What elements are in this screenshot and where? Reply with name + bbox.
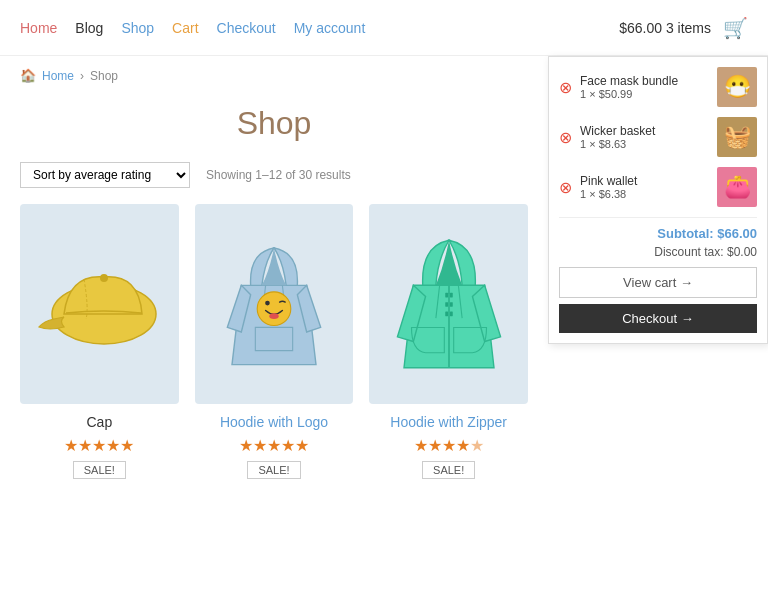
svg-rect-11 bbox=[450, 302, 453, 307]
home-icon: 🏠 bbox=[20, 68, 36, 83]
cart-icon[interactable]: 🛒 bbox=[723, 16, 748, 40]
sale-badge-hoodie-zipper[interactable]: SALE! bbox=[369, 461, 528, 479]
cart-item-info-1: Face mask bundle 1 × $50.99 bbox=[580, 74, 709, 100]
sale-badge-hoodie-logo[interactable]: SALE! bbox=[195, 461, 354, 479]
sale-badge-cap[interactable]: SALE! bbox=[20, 461, 179, 479]
nav-shop[interactable]: Shop bbox=[121, 20, 154, 36]
nav-myaccount[interactable]: My account bbox=[294, 20, 366, 36]
breadcrumb-separator: › bbox=[80, 69, 84, 83]
cart-item-3: ⊗ Pink wallet 1 × $6.38 👛 bbox=[559, 167, 757, 207]
cart-item-img-3: 👛 bbox=[717, 167, 757, 207]
results-text: Showing 1–12 of 30 results bbox=[206, 168, 351, 182]
hoodie-logo-illustration bbox=[219, 234, 329, 374]
cart-item: ⊗ Face mask bundle 1 × $50.99 😷 bbox=[559, 67, 757, 107]
product-grid: Cap ★★★★★ SALE! bbox=[20, 204, 528, 479]
product-stars-cap: ★★★★★ bbox=[20, 436, 179, 455]
header-right: $66.00 3 items 🛒 bbox=[619, 16, 748, 40]
cart-item-qty-2: 1 × $8.63 bbox=[580, 138, 709, 150]
cart-subtotal: Subtotal: $66.00 bbox=[559, 226, 757, 241]
main-content: Shop Sort by average rating Sort by popu… bbox=[0, 105, 548, 509]
product-name-hoodie-logo[interactable]: Hoodie with Logo bbox=[195, 414, 354, 430]
cart-item-2: ⊗ Wicker basket 1 × $8.63 🧺 bbox=[559, 117, 757, 157]
view-cart-button[interactable]: View cart → bbox=[559, 267, 757, 298]
svg-point-5 bbox=[265, 301, 270, 306]
cart-item-info-3: Pink wallet 1 × $6.38 bbox=[580, 174, 709, 200]
site-header: Home Blog Shop Cart Checkout My account … bbox=[0, 0, 768, 56]
cart-item-qty-1: 1 × $50.99 bbox=[580, 88, 709, 100]
cart-item-name-3: Pink wallet bbox=[580, 174, 709, 188]
svg-rect-9 bbox=[450, 293, 453, 298]
remove-item-3[interactable]: ⊗ bbox=[559, 178, 572, 197]
cart-item-img-1: 😷 bbox=[717, 67, 757, 107]
product-name-cap[interactable]: Cap bbox=[20, 414, 179, 430]
checkout-button[interactable]: Checkout → bbox=[559, 304, 757, 333]
remove-item-1[interactable]: ⊗ bbox=[559, 78, 572, 97]
svg-point-1 bbox=[100, 274, 108, 282]
svg-point-4 bbox=[257, 292, 291, 326]
product-name-hoodie-zipper[interactable]: Hoodie with Zipper bbox=[369, 414, 528, 430]
nav-blog[interactable]: Blog bbox=[75, 20, 103, 36]
remove-item-2[interactable]: ⊗ bbox=[559, 128, 572, 147]
product-stars-hoodie-zipper: ★★★★★ bbox=[369, 436, 528, 455]
product-card-hoodie-zipper: Hoodie with Zipper ★★★★★ SALE! bbox=[369, 204, 528, 479]
nav-home[interactable]: Home bbox=[20, 20, 57, 36]
cart-divider bbox=[559, 217, 757, 218]
svg-point-6 bbox=[269, 313, 278, 319]
cart-total-display: $66.00 3 items bbox=[619, 20, 711, 36]
cart-item-qty-3: 1 × $6.38 bbox=[580, 188, 709, 200]
svg-rect-8 bbox=[445, 293, 448, 298]
nav-cart[interactable]: Cart bbox=[172, 20, 198, 36]
cart-item-name-2: Wicker basket bbox=[580, 124, 709, 138]
product-card-cap: Cap ★★★★★ SALE! bbox=[20, 204, 179, 479]
product-card-hoodie-logo: Hoodie with Logo ★★★★★ SALE! bbox=[195, 204, 354, 479]
svg-rect-12 bbox=[445, 312, 448, 317]
cart-item-name-1: Face mask bundle bbox=[580, 74, 709, 88]
svg-rect-10 bbox=[445, 302, 448, 307]
product-image-hoodie-zipper[interactable] bbox=[369, 204, 528, 404]
hoodie-zipper-illustration bbox=[389, 229, 509, 379]
breadcrumb-home-link[interactable]: Home bbox=[42, 69, 74, 83]
cap-illustration bbox=[34, 254, 164, 354]
cart-dropdown: ⊗ Face mask bundle 1 × $50.99 😷 ⊗ Wicker… bbox=[548, 56, 768, 344]
main-nav: Home Blog Shop Cart Checkout My account bbox=[20, 20, 365, 36]
sort-select[interactable]: Sort by average rating Sort by popularit… bbox=[20, 162, 190, 188]
cart-discount: Discount tax: $0.00 bbox=[559, 245, 757, 259]
svg-rect-13 bbox=[450, 312, 453, 317]
cart-item-img-2: 🧺 bbox=[717, 117, 757, 157]
product-image-hoodie-logo[interactable] bbox=[195, 204, 354, 404]
shop-controls: Sort by average rating Sort by popularit… bbox=[20, 162, 528, 188]
cart-item-info-2: Wicker basket 1 × $8.63 bbox=[580, 124, 709, 150]
nav-checkout[interactable]: Checkout bbox=[217, 20, 276, 36]
page-title: Shop bbox=[20, 105, 528, 142]
breadcrumb-current: Shop bbox=[90, 69, 118, 83]
product-stars-hoodie-logo: ★★★★★ bbox=[195, 436, 354, 455]
product-image-cap[interactable] bbox=[20, 204, 179, 404]
